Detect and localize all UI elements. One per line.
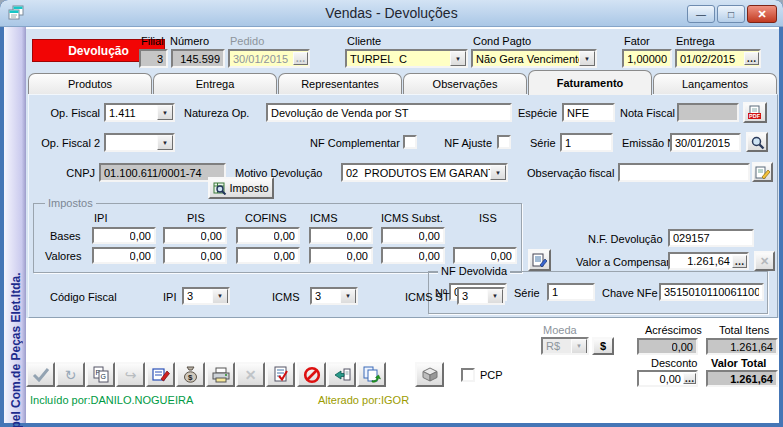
chevron-down-icon[interactable]: ▼	[579, 51, 595, 66]
check-document-button[interactable]	[266, 362, 295, 387]
tab-produtos[interactable]: Produtos	[28, 73, 152, 94]
cancel-button[interactable]	[297, 362, 326, 387]
nota-fiscal-field	[677, 103, 739, 122]
especie-label: Espécie	[518, 107, 557, 119]
bases-pis-field[interactable]: 0,00	[163, 227, 227, 244]
valor-a-compensar-ellipsis-button[interactable]: …	[732, 255, 747, 268]
observacao-fiscal-label: Observação fiscal	[527, 167, 614, 179]
chevron-down-icon[interactable]: ▼	[212, 289, 228, 304]
col-cofins-label: COFINS	[245, 212, 287, 224]
minimize-button[interactable]: —	[687, 5, 715, 23]
codigo-fiscal-icms-select[interactable]: 3 ▼	[310, 287, 358, 305]
money-bag-button[interactable]: $	[176, 362, 205, 387]
tab-lancamentos[interactable]: Lançamentos	[653, 73, 777, 94]
cond-pagto-label: Cond Pagto	[473, 35, 531, 47]
nota-fiscal-pdf-button[interactable]: PDF	[743, 102, 767, 123]
codigo-fiscal-icms-st-label: ICMS ST	[405, 291, 450, 303]
valor-a-compensar-field[interactable]: 1.261,64 …	[668, 252, 749, 270]
nf-devolvida-serie-field[interactable]: 1	[547, 283, 595, 301]
natureza-op-field[interactable]: Devolução de Venda por ST	[266, 103, 512, 122]
desconto-ellipsis-button[interactable]: …	[683, 373, 696, 384]
copy-record-button[interactable]: PG	[86, 362, 115, 387]
chave-nfe-label: Chave NFe	[602, 287, 658, 299]
tab-entrega[interactable]: Entrega	[153, 73, 277, 94]
print-button[interactable]	[206, 362, 235, 387]
duplicate-pages-button[interactable]	[357, 362, 386, 387]
acrescimos-label: Acréscimos	[645, 324, 702, 336]
valores-iss-field[interactable]: 0,00	[453, 247, 517, 264]
entrega-ellipsis-button[interactable]: …	[744, 52, 759, 65]
bases-cofins-field[interactable]: 0,00	[236, 227, 300, 244]
chevron-down-icon[interactable]: ▼	[450, 51, 466, 66]
titlebar: Vendas - Devoluções — □ ✕	[0, 0, 783, 27]
chevron-down-icon[interactable]: ▼	[340, 289, 356, 304]
company-name-vertical: Turpel Com.de Peças Elet.ltda.	[8, 147, 24, 427]
valores-icms-field[interactable]: 0,00	[309, 247, 373, 264]
chevron-down-icon[interactable]: ▼	[490, 165, 506, 180]
emissao-nf-search-button[interactable]	[746, 132, 768, 152]
nf-devolucao-field[interactable]: 029157	[668, 229, 754, 247]
valores-cofins-field[interactable]: 0,00	[236, 247, 300, 264]
bases-icms-subst-field[interactable]: 0,00	[381, 227, 445, 244]
op-fiscal-select[interactable]: 1.411 ▼	[104, 103, 175, 122]
especie-field[interactable]: NFE	[562, 103, 615, 122]
chave-nfe-field[interactable]: 35150101100611000174	[659, 283, 764, 301]
chevron-down-icon[interactable]: ▼	[487, 289, 503, 304]
confirm-button[interactable]	[26, 362, 55, 387]
pdf-export-icon: PDF	[747, 105, 763, 120]
entrega-field[interactable]: 01/02/2015 …	[675, 49, 761, 68]
chevron-down-icon[interactable]: ▼	[157, 135, 173, 150]
arrow-left-page-icon	[333, 367, 351, 383]
fator-field[interactable]: 1,00000	[622, 49, 672, 68]
codigo-fiscal-ipi-select[interactable]: 3 ▼	[182, 287, 230, 305]
impostos-note-button[interactable]	[528, 249, 551, 271]
currency-button[interactable]: $	[592, 337, 614, 355]
tab-faturamento[interactable]: Faturamento	[528, 70, 652, 95]
imposto-button[interactable]: Imposto	[208, 177, 274, 199]
valor-total-label: Valor Total	[711, 357, 766, 369]
pcp-checkbox[interactable]	[461, 368, 475, 382]
edit-query-button[interactable]	[146, 362, 175, 387]
tab-observacoes[interactable]: Observações	[403, 73, 527, 94]
cliente-select[interactable]: TURPEL C ▼	[345, 49, 468, 68]
cube-button[interactable]	[415, 362, 444, 387]
close-button[interactable]: ✕	[747, 5, 777, 23]
import-document-button[interactable]	[327, 362, 356, 387]
nf-complementar-checkbox[interactable]	[403, 135, 417, 149]
motivo-devolucao-select[interactable]: 02 PRODUTOS EM GARANTIA ▼	[341, 163, 508, 182]
clear-x-icon: ✕	[760, 255, 769, 268]
nf-ajuste-checkbox[interactable]	[497, 135, 511, 149]
numero-label: Número	[170, 35, 209, 47]
op-fiscal2-select[interactable]: ▼	[104, 133, 175, 152]
bases-ipi-field[interactable]: 0,00	[92, 227, 156, 244]
note-edit-icon	[755, 165, 770, 180]
nf-devolvida-legend: NF Devolvida	[438, 265, 510, 277]
valores-icms-subst-field[interactable]: 0,00	[381, 247, 445, 264]
codigo-fiscal-icms-st-select[interactable]: 3 ▼	[457, 287, 505, 305]
maximize-button[interactable]: □	[717, 5, 745, 23]
nf-ajuste-label: NF Ajuste	[432, 137, 492, 149]
valores-pis-field[interactable]: 0,00	[163, 247, 227, 264]
bases-icms-field[interactable]: 0,00	[309, 227, 373, 244]
refresh-button[interactable]: ↻	[56, 362, 85, 387]
natureza-op-label: Natureza Op.	[184, 107, 249, 119]
chevron-down-icon[interactable]: ▼	[157, 105, 173, 120]
money-bag-icon: $	[182, 366, 199, 383]
search-icon	[750, 135, 765, 150]
valores-label: Valores	[45, 250, 81, 262]
svg-text:$: $	[188, 373, 193, 382]
desconto-field[interactable]: 0,00 …	[637, 370, 698, 387]
moeda-select: R$ ▼	[541, 337, 589, 355]
valores-ipi-field[interactable]: 0,00	[92, 247, 156, 264]
emissao-nf-field[interactable]: 30/01/2015	[670, 133, 741, 152]
pedido-field: 30/01/2015 …	[228, 49, 310, 68]
cond-pagto-select[interactable]: Não Gera Vencimento ▼	[471, 49, 597, 68]
cnpj-label: CNPJ	[60, 167, 95, 179]
col-iss-label: ISS	[479, 212, 497, 224]
report-pen-icon	[532, 253, 547, 268]
observacao-fiscal-note-button[interactable]	[752, 162, 773, 182]
observacao-fiscal-field[interactable]	[618, 163, 750, 182]
tab-representantes[interactable]: Representantes	[278, 73, 402, 94]
serie-field[interactable]: 1	[560, 133, 613, 152]
svg-text:PDF: PDF	[749, 113, 761, 119]
